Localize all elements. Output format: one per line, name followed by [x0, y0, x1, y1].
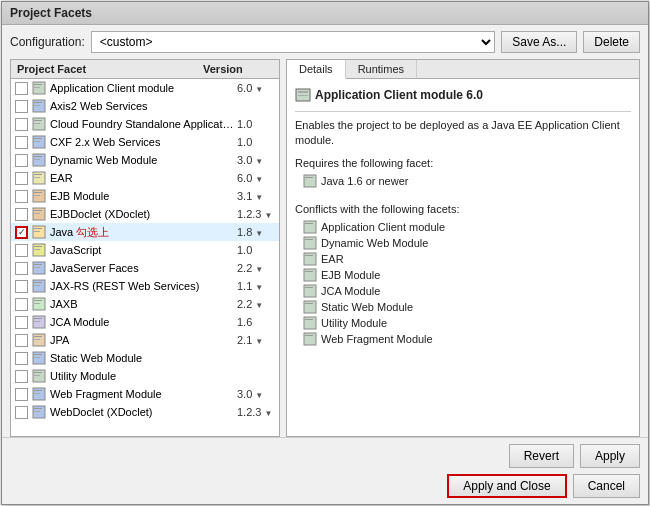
facet-item-ear[interactable]: EAR6.0 ▼ — [11, 169, 279, 187]
facet-version-web-fragment: 3.0 ▼ — [235, 388, 275, 400]
checkbox-ejbdoclet[interactable] — [15, 208, 28, 221]
checkbox-jsf[interactable] — [15, 262, 28, 275]
svg-rect-14 — [34, 159, 40, 160]
checkbox-app-client[interactable] — [15, 82, 28, 95]
svg-rect-34 — [34, 282, 42, 283]
facet-item-static-web[interactable]: Static Web Module — [11, 349, 279, 367]
icon-ejb — [31, 188, 47, 204]
version-arrow-ejbdoclet: ▼ — [265, 211, 273, 220]
facet-item-jax-rs[interactable]: JAX-RS (REST Web Services)1.1 ▼ — [11, 277, 279, 295]
requires-item: Java 1.6 or newer — [295, 173, 631, 189]
checkbox-javascript[interactable] — [15, 244, 28, 257]
facet-item-cxf[interactable]: CXF 2.x Web Services1.0 — [11, 133, 279, 151]
svg-rect-40 — [34, 318, 42, 319]
tab-runtimes[interactable]: Runtimes — [346, 60, 417, 78]
svg-rect-59 — [298, 95, 308, 96]
checkbox-jaxb[interactable] — [15, 298, 28, 311]
checkbox-jca[interactable] — [15, 316, 28, 329]
svg-rect-46 — [34, 354, 42, 355]
svg-rect-11 — [34, 141, 40, 142]
facet-item-javascript[interactable]: JavaScript1.0 — [11, 241, 279, 259]
svg-rect-28 — [34, 246, 42, 247]
icon-app-client — [31, 80, 47, 96]
facet-item-dynamic-web[interactable]: Dynamic Web Module3.0 ▼ — [11, 151, 279, 169]
facet-item-utility[interactable]: Utility Module — [11, 367, 279, 385]
facet-item-jca[interactable]: JCA Module1.6 — [11, 313, 279, 331]
facet-item-cloud-foundry[interactable]: Cloud Foundry Standalone Application1.0 — [11, 115, 279, 133]
svg-rect-31 — [34, 264, 42, 265]
revert-button[interactable]: Revert — [509, 444, 574, 468]
svg-rect-53 — [34, 393, 40, 394]
svg-rect-65 — [305, 239, 313, 240]
conflict-icon — [303, 316, 317, 330]
checkbox-java[interactable]: ✓ — [15, 226, 28, 239]
facet-version-java: 1.8 ▼ — [235, 226, 275, 238]
svg-rect-22 — [34, 210, 42, 211]
checkbox-ejb[interactable] — [15, 190, 28, 203]
facet-version-dynamic-web: 3.0 ▼ — [235, 154, 275, 166]
svg-rect-61 — [305, 177, 313, 178]
conflict-icon — [303, 220, 317, 234]
version-arrow-jaxb: ▼ — [255, 301, 263, 310]
icon-java — [31, 224, 47, 240]
svg-rect-1 — [34, 84, 42, 85]
requires-list: Java 1.6 or newer — [295, 173, 631, 189]
version-arrow-ejb: ▼ — [255, 193, 263, 202]
apply-button[interactable]: Apply — [580, 444, 640, 468]
facet-item-app-client[interactable]: Application Client module6.0 ▼ — [11, 79, 279, 97]
icon-axis2 — [31, 98, 47, 114]
checkbox-axis2[interactable] — [15, 100, 28, 113]
checkbox-static-web[interactable] — [15, 352, 28, 365]
checkbox-ear[interactable] — [15, 172, 28, 185]
facet-item-ejbdoclet[interactable]: EJBDoclet (XDoclet)1.2.3 ▼ — [11, 205, 279, 223]
tab-details[interactable]: Details — [287, 60, 346, 79]
conflict-item: Web Fragment Module — [295, 331, 631, 347]
col-header-facet: Project Facet — [17, 63, 203, 75]
svg-rect-43 — [34, 336, 42, 337]
svg-rect-55 — [34, 408, 42, 409]
config-select[interactable]: <custom> — [91, 31, 496, 53]
checkbox-jax-rs[interactable] — [15, 280, 28, 293]
facet-name-web-fragment: Web Fragment Module — [50, 388, 235, 400]
cancel-button[interactable]: Cancel — [573, 474, 640, 498]
facet-item-webdoclet[interactable]: WebDoclet (XDoclet)1.2.3 ▼ — [11, 403, 279, 421]
icon-cloud-foundry — [31, 116, 47, 132]
version-arrow-ear: ▼ — [255, 175, 263, 184]
facet-item-axis2[interactable]: Axis2 Web Services — [11, 97, 279, 115]
checkbox-webdoclet[interactable] — [15, 406, 28, 419]
checkbox-utility[interactable] — [15, 370, 28, 383]
conflict-icon — [303, 284, 317, 298]
svg-rect-4 — [34, 102, 42, 103]
facet-item-java[interactable]: ✓Java 勾选上1.8 ▼ — [11, 223, 279, 241]
project-facets-dialog: Project Facets Configuration: <custom> S… — [1, 1, 649, 505]
save-as-button[interactable]: Save As... — [501, 31, 577, 53]
delete-button[interactable]: Delete — [583, 31, 640, 53]
facet-version-ejbdoclet: 1.2.3 ▼ — [235, 208, 275, 220]
svg-rect-66 — [304, 253, 316, 265]
svg-rect-23 — [34, 213, 40, 214]
facet-item-jaxb[interactable]: JAXB2.2 ▼ — [11, 295, 279, 313]
svg-rect-44 — [34, 339, 40, 340]
checkbox-dynamic-web[interactable] — [15, 154, 28, 167]
svg-rect-2 — [34, 87, 40, 88]
facet-name-dynamic-web: Dynamic Web Module — [50, 154, 235, 166]
facet-version-jaxb: 2.2 ▼ — [235, 298, 275, 310]
facet-item-jpa[interactable]: JPA2.1 ▼ — [11, 331, 279, 349]
facet-version-jca: 1.6 — [235, 316, 275, 328]
checkbox-cxf[interactable] — [15, 136, 28, 149]
checkbox-web-fragment[interactable] — [15, 388, 28, 401]
conflict-item: Static Web Module — [295, 299, 631, 315]
svg-rect-71 — [305, 287, 313, 288]
svg-rect-50 — [34, 375, 40, 376]
facet-item-web-fragment[interactable]: Web Fragment Module3.0 ▼ — [11, 385, 279, 403]
apply-close-button[interactable]: Apply and Close — [447, 474, 566, 498]
svg-rect-60 — [304, 175, 316, 187]
facet-item-ejb[interactable]: EJB Module3.1 ▼ — [11, 187, 279, 205]
checkbox-cloud-foundry[interactable] — [15, 118, 28, 131]
icon-jax-rs — [31, 278, 47, 294]
facet-version-jax-rs: 1.1 ▼ — [235, 280, 275, 292]
checkbox-jpa[interactable] — [15, 334, 28, 347]
app-client-icon — [295, 87, 311, 103]
facet-item-jsf[interactable]: JavaServer Faces2.2 ▼ — [11, 259, 279, 277]
bottom-buttons-row1: Revert Apply — [2, 437, 648, 474]
